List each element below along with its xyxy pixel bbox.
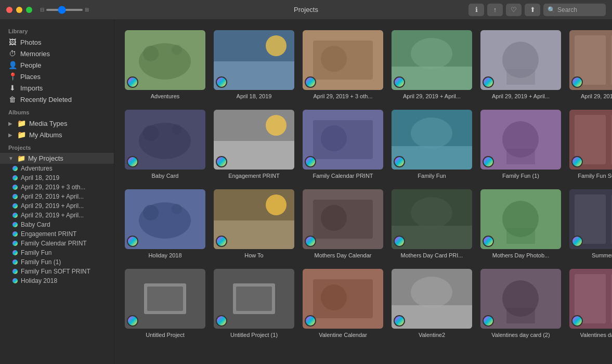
project-thumb-untitled-project-1 xyxy=(214,269,294,329)
export-button[interactable]: ⬆ xyxy=(525,4,540,16)
sidebar-subitem-family-calendar-print[interactable]: Family Calendar PRINT xyxy=(8,239,114,248)
favorite-button[interactable]: ♡ xyxy=(506,4,522,16)
sidebar-subitem-holiday-2018[interactable]: Holiday 2018 xyxy=(8,276,114,285)
project-name-valentines-day-card-p: Valentines day card P... xyxy=(580,332,612,338)
svg-point-12 xyxy=(411,38,452,69)
project-item-april-18-2019[interactable]: April 18, 2019 xyxy=(214,30,294,99)
sidebar-subitem-adventures[interactable]: Adventures xyxy=(8,164,114,173)
svg-point-40 xyxy=(143,205,159,220)
search-placeholder: Search xyxy=(557,6,577,14)
project-name-april-29-3oth: April 29, 2019 + 3 oth... xyxy=(313,93,372,99)
project-item-baby-card[interactable]: Baby Card xyxy=(125,110,205,179)
project-badge-april-18-2019 xyxy=(216,76,227,88)
project-thumb-april-29-3oth xyxy=(303,30,383,90)
project-item-valentine-calendar[interactable]: Valentine Calendar xyxy=(303,269,383,338)
project-item-april-29-3oth[interactable]: April 29, 2019 + 3 oth... xyxy=(303,30,383,99)
project-thumb-april-29-april-3 xyxy=(569,30,612,90)
titlebar: ⊟ ⊞ Projects ℹ ↑ ♡ ⬆ 🔍 Search xyxy=(0,0,612,20)
project-badge-april-29-april-3 xyxy=(571,76,583,88)
sidebar: Library 🖼 Photos ⏱ Memories 👤 People 📍 P… xyxy=(0,20,114,364)
project-item-mothers-day-card-pri[interactable]: Mothers Day Card PRI... xyxy=(392,189,472,258)
svg-point-65 xyxy=(321,284,347,310)
project-dot-holiday-2018 xyxy=(12,278,18,283)
my-projects-folder-icon: 📁 xyxy=(17,154,25,162)
share-button[interactable]: ↑ xyxy=(487,4,503,16)
project-item-holiday-2018[interactable]: Holiday 2018 xyxy=(125,189,205,258)
project-name-adventures: Adventures xyxy=(151,93,180,99)
sidebar-item-places[interactable]: 📍 Places xyxy=(0,71,114,82)
search-bar[interactable]: 🔍 Search xyxy=(543,4,606,16)
project-dot-april-18 xyxy=(12,175,18,180)
imports-icon: ⬇ xyxy=(8,84,17,92)
project-dot-april-29-3oth xyxy=(12,185,18,190)
sidebar-subitem-april-29-april-1[interactable]: April 29, 2019 + April... xyxy=(8,192,114,201)
project-item-family-fun[interactable]: Family Fun xyxy=(392,110,472,179)
project-item-engagement-print[interactable]: Engagement PRINT xyxy=(214,110,294,179)
project-thumb-valentines-day-card-p xyxy=(569,269,612,329)
maximize-button[interactable] xyxy=(26,7,32,13)
close-button[interactable] xyxy=(6,7,12,13)
project-item-family-calendar-print[interactable]: Family Calendar PRINT xyxy=(303,110,383,179)
project-badge-mothers-day-photob xyxy=(483,236,494,247)
sidebar-subitem-engagement-print[interactable]: Engagement PRINT xyxy=(8,229,114,239)
project-thumb-family-fun-1 xyxy=(480,110,561,170)
project-item-untitled-project[interactable]: Untitled Project xyxy=(125,269,205,338)
sidebar-item-imports[interactable]: ⬇ Imports xyxy=(0,82,114,94)
project-name-summer-2019: Summer 2019 xyxy=(592,252,612,258)
zoom-slider[interactable] xyxy=(46,9,83,11)
sidebar-subitem-holiday-2018-label: Holiday 2018 xyxy=(21,277,57,284)
sidebar-subitem-april-29-3oth-label: April 29, 2019 + 3 oth... xyxy=(21,184,85,191)
project-item-summer-2019[interactable]: Summer 2019 xyxy=(569,189,612,258)
sidebar-item-people[interactable]: 👤 People xyxy=(0,59,114,71)
sidebar-subitem-april-29-april-2[interactable]: April 29, 2019 + April... xyxy=(8,201,114,211)
app-body: Library 🖼 Photos ⏱ Memories 👤 People 📍 P… xyxy=(0,20,612,364)
project-item-april-29-april-3[interactable]: April 29, 2019 + April... xyxy=(569,30,612,99)
expand-my-albums-icon: ▶ xyxy=(8,132,12,138)
sidebar-subitem-family-fun-1[interactable]: Family Fun (1) xyxy=(8,257,114,267)
sidebar-item-memories[interactable]: ⏱ Memories xyxy=(0,48,114,59)
project-badge-valentines-day-card-p xyxy=(571,315,583,327)
project-badge-april-29-3oth xyxy=(305,76,316,88)
sidebar-item-photos[interactable]: 🖼 Photos xyxy=(0,36,114,48)
sidebar-subitem-family-fun-label: Family Fun xyxy=(21,249,51,256)
sidebar-item-media-types[interactable]: ▶ 📁 Media Types xyxy=(0,118,114,129)
sidebar-subitem-april-18[interactable]: April 18, 2019 xyxy=(8,173,114,183)
svg-point-28 xyxy=(321,125,347,151)
project-item-family-fun-1[interactable]: Family Fun (1) xyxy=(480,110,561,179)
project-item-april-29-april-1[interactable]: April 29, 2019 + April... xyxy=(392,30,472,99)
project-item-mothers-day-photob[interactable]: Mothers Day Photob... xyxy=(480,189,561,258)
sidebar-subitem-family-fun[interactable]: Family Fun xyxy=(8,248,114,257)
toolbar-actions: ℹ ↑ ♡ ⬆ 🔍 Search xyxy=(468,4,606,16)
project-name-valentine-calendar: Valentine Calendar xyxy=(319,332,367,338)
project-item-mothers-day-calendar[interactable]: Mothers Day Calendar xyxy=(303,189,383,258)
project-item-adventures[interactable]: Adventures xyxy=(125,30,205,99)
project-item-april-29-april-2[interactable]: April 29, 2019 + April... xyxy=(480,30,561,99)
sidebar-subitem-baby-card[interactable]: Baby Card xyxy=(8,220,114,229)
project-item-valentines-day-card-2[interactable]: Valentines day card (2) xyxy=(480,269,561,338)
projects-list: Adventures April 18, 2019 April 29, 2019… xyxy=(0,164,114,285)
sidebar-subitem-april-29-3oth[interactable]: April 29, 2019 + 3 oth... xyxy=(8,183,114,192)
project-thumb-how-to xyxy=(214,189,294,249)
project-name-family-fun: Family Fun xyxy=(418,173,446,179)
sidebar-item-my-albums[interactable]: ▶ 📁 My Albums xyxy=(0,129,114,140)
sidebar-item-my-projects[interactable]: ▼ 📁 My Projects xyxy=(0,153,114,164)
info-button[interactable]: ℹ xyxy=(468,4,484,16)
project-name-untitled-project: Untitled Project xyxy=(146,332,185,338)
project-item-untitled-project-1[interactable]: Untitled Project (1) xyxy=(214,269,294,338)
minimize-button[interactable] xyxy=(16,7,22,13)
project-item-family-fun-soft-print[interactable]: Family Fun SOFT PRINT xyxy=(569,110,612,179)
project-item-how-to[interactable]: How To xyxy=(214,189,294,258)
sidebar-item-people-label: People xyxy=(20,61,41,69)
project-item-valentines-day-card-p[interactable]: Valentines day card P... xyxy=(569,269,612,338)
project-thumb-untitled-project xyxy=(125,269,205,329)
sidebar-item-recently-deleted[interactable]: 🗑 Recently Deleted xyxy=(0,94,114,105)
sidebar-item-my-projects-label: My Projects xyxy=(28,154,63,162)
sidebar-subitem-april-29-april-3[interactable]: April 29, 2019 + April... xyxy=(8,211,114,220)
project-item-valentine2[interactable]: Valentine2 xyxy=(392,269,472,338)
sidebar-subitem-engagement-print-label: Engagement PRINT xyxy=(21,230,76,238)
project-name-april-29-april-2: April 29, 2019 + April... xyxy=(492,93,550,99)
project-dot-adventures xyxy=(12,166,18,171)
project-badge-family-fun-1 xyxy=(483,156,494,167)
project-dot-family-calendar-print xyxy=(12,241,18,246)
sidebar-subitem-family-fun-soft-print[interactable]: Family Fun SOFT PRINT xyxy=(8,267,114,276)
